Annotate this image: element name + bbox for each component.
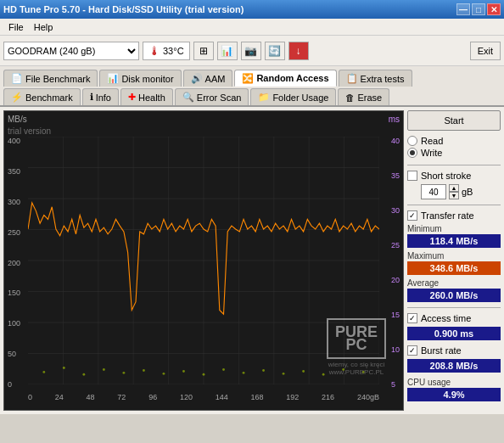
disk-monitor-icon: 📊: [107, 73, 119, 84]
tab-benchmark[interactable]: ⚡ Benchmark: [3, 88, 81, 105]
toolbar-icon-1[interactable]: ⊞: [193, 42, 214, 60]
error-scan-label: Error Scan: [197, 93, 242, 103]
cpu-usage-label: CPU usage: [407, 378, 501, 387]
transfer-rate-checkbox[interactable]: Transfer rate: [407, 210, 501, 221]
svg-point-27: [203, 373, 205, 376]
svg-point-30: [262, 369, 265, 372]
short-stroke-checkbox[interactable]: Short stroke: [407, 171, 501, 181]
title-bar: HD Tune Pro 5.70 - Hard Disk/SSD Utility…: [0, 0, 504, 19]
read-write-radio: Read Write: [407, 134, 501, 160]
maximum-value: 348.6 MB/s: [407, 261, 501, 275]
ms-label: ms: [389, 115, 400, 124]
tab-folder-usage[interactable]: 📁 Folder Usage: [250, 88, 336, 105]
random-access-icon: 🔀: [242, 73, 254, 84]
svg-point-24: [143, 369, 145, 372]
svg-point-20: [63, 367, 65, 369]
benchmark-icon: ⚡: [11, 92, 23, 103]
close-button[interactable]: ✕: [487, 3, 501, 15]
svg-point-28: [222, 368, 225, 371]
health-icon: ✚: [128, 92, 136, 103]
maximum-block: Maximum 348.6 MB/s: [407, 251, 501, 275]
divider-1: [407, 165, 501, 165]
svg-point-25: [163, 373, 165, 375]
toolbar: GOODRAM (240 gB) 🌡 33°C ⊞ 📊 📷 🔄 ↓ Exit: [0, 36, 504, 66]
x-axis-labels: 0 24 48 72 96 120 144 168 192 216 240gB: [28, 393, 379, 401]
title-text: HD Tune Pro 5.70 - Hard Disk/SSD Utility…: [3, 4, 244, 14]
tab-file-benchmark[interactable]: 📄 File Benchmark: [3, 70, 98, 87]
disk-monitor-label: Disk monitor: [121, 74, 173, 84]
burst-rate-checkbox[interactable]: Burst rate: [407, 345, 501, 356]
tab-extra-tests[interactable]: 📋 Extra tests: [339, 70, 412, 87]
right-panel: Start Read Write Short stroke ▲ ▼ gB: [407, 110, 501, 411]
svg-point-22: [103, 368, 105, 371]
tab-disk-monitor[interactable]: 📊 Disk monitor: [99, 70, 181, 87]
chart-area: MB/s ms trial version 400 350 300 250 20…: [3, 110, 404, 411]
spinner-input[interactable]: [421, 184, 446, 199]
spinner-down[interactable]: ▼: [449, 192, 459, 199]
average-value: 260.0 MB/s: [407, 289, 501, 302]
temperature-display: 🌡 33°C: [143, 42, 190, 60]
erase-label: Erase: [357, 93, 382, 103]
disk-selector[interactable]: GOODRAM (240 gB): [3, 42, 139, 60]
erase-icon: 🗑: [345, 93, 355, 103]
menu-file[interactable]: File: [3, 20, 29, 34]
toolbar-icon-2[interactable]: 📊: [217, 42, 238, 60]
maximum-label: Maximum: [407, 251, 501, 261]
transfer-rate-label: Transfer rate: [421, 210, 474, 221]
logo-watermark: PURE PC wiemy, co się kręci www.PUREPC.P…: [327, 318, 386, 376]
main-content: MB/s ms trial version 400 350 300 250 20…: [0, 107, 504, 414]
toolbar-icon-5[interactable]: ↓: [288, 42, 309, 60]
start-button[interactable]: Start: [407, 110, 501, 131]
tab-error-scan[interactable]: 🔍 Error Scan: [175, 88, 249, 105]
minimum-value: 118.4 MB/s: [407, 234, 501, 248]
read-radio[interactable]: Read: [407, 136, 501, 146]
read-radio-dot: [407, 136, 417, 146]
logo-sub2: www.PUREPC.PL: [327, 368, 386, 376]
write-radio-dot: [407, 148, 417, 158]
extra-tests-icon: 📋: [346, 73, 358, 84]
write-label: Write: [421, 148, 442, 158]
tab-health[interactable]: ✚ Health: [120, 88, 173, 105]
random-access-label: Random Access: [256, 73, 328, 83]
thermometer-icon: 🌡: [148, 44, 160, 58]
svg-point-19: [42, 371, 45, 373]
access-time-value: 0.900 ms: [407, 327, 501, 340]
write-radio[interactable]: Write: [407, 148, 501, 158]
menu-bar: File Help: [0, 19, 504, 36]
tab-aam[interactable]: 🔊 AAM: [183, 70, 233, 87]
svg-point-32: [302, 370, 305, 373]
svg-point-29: [243, 372, 245, 374]
y-axis-right: 40 35 30 25 20 15 10 5: [391, 137, 400, 389]
divider-3: [407, 307, 501, 308]
toolbar-icon-3[interactable]: 📷: [241, 42, 261, 60]
read-label: Read: [421, 136, 443, 146]
temperature-value: 33°C: [163, 46, 184, 56]
short-stroke-label: Short stroke: [421, 171, 471, 181]
minimize-button[interactable]: —: [456, 3, 470, 15]
tab-erase[interactable]: 🗑 Erase: [338, 88, 389, 105]
svg-point-23: [122, 372, 125, 374]
tab-info[interactable]: ℹ Info: [82, 88, 119, 105]
spinner-up[interactable]: ▲: [449, 184, 459, 192]
tab-random-access[interactable]: 🔀 Random Access: [234, 70, 336, 87]
transfer-rate-box: [407, 210, 417, 221]
access-time-checkbox[interactable]: Access time: [407, 313, 501, 323]
logo-sub1: wiemy, co się kręci: [327, 361, 386, 368]
extra-tests-label: Extra tests: [361, 74, 405, 84]
menu-help[interactable]: Help: [29, 20, 59, 34]
spinner-buttons: ▲ ▼: [449, 184, 459, 199]
y-axis-left: 400 350 300 250 200 150 100 50 0: [8, 137, 20, 389]
exit-button[interactable]: Exit: [470, 42, 501, 60]
short-stroke-box: [407, 171, 417, 181]
average-label: Average: [407, 278, 501, 288]
error-scan-icon: 🔍: [182, 92, 194, 103]
cpu-usage-block: CPU usage 4.9%: [407, 378, 501, 401]
maximize-button[interactable]: □: [472, 3, 485, 15]
toolbar-icon-4[interactable]: 🔄: [265, 42, 285, 60]
folder-usage-label: Folder Usage: [272, 93, 328, 103]
file-benchmark-label: File Benchmark: [25, 74, 90, 84]
file-benchmark-icon: 📄: [11, 73, 23, 84]
aam-label: AAM: [205, 74, 226, 84]
info-label: Info: [96, 93, 111, 103]
minimum-label: Minimum: [407, 224, 501, 233]
